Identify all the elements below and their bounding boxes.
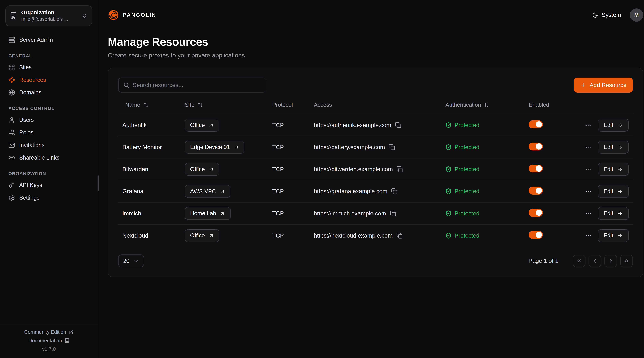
- auth-status: Protected: [446, 144, 522, 151]
- table-row: Nextcloud Office TCP https://nextcloud.e…: [118, 224, 633, 246]
- shield-check-icon: [446, 188, 452, 194]
- enabled-toggle[interactable]: [528, 231, 543, 239]
- sidebar-item-roles[interactable]: Roles: [5, 126, 93, 139]
- column-header-name[interactable]: Name: [118, 99, 182, 114]
- sidebar-item-server-admin[interactable]: Server Admin: [5, 34, 93, 46]
- sidebar-item-label: Shareable Links: [19, 154, 60, 161]
- chevrons-up-down-icon: [82, 13, 88, 19]
- sidebar-item-invitations[interactable]: Invitations: [5, 139, 93, 151]
- community-edition-link[interactable]: Community Edition: [24, 329, 74, 335]
- toggle-knob: [536, 187, 542, 194]
- page-size-value: 20: [123, 258, 130, 264]
- row-menu-button[interactable]: [585, 188, 592, 195]
- edit-button[interactable]: Edit: [598, 207, 629, 220]
- next-page-button[interactable]: [604, 255, 617, 267]
- site-label: Office: [190, 166, 205, 172]
- arrow-right-icon: [617, 122, 623, 128]
- enabled-toggle[interactable]: [528, 165, 543, 172]
- sidebar-item-users[interactable]: Users: [5, 114, 93, 126]
- protocol-label: TCP: [272, 122, 284, 128]
- auth-status: Protected: [446, 210, 522, 217]
- sort-icon: [198, 102, 203, 108]
- ellipsis-icon: [585, 144, 592, 151]
- row-menu-button[interactable]: [585, 210, 592, 217]
- sidebar-item-label: Sites: [19, 64, 32, 71]
- resource-name: Authentik: [122, 122, 147, 128]
- toggle-knob: [536, 165, 542, 172]
- copy-icon: [396, 232, 402, 239]
- sidebar-sections: GENERAL Sites Resources Domains ACCESS C…: [5, 53, 93, 204]
- copy-button[interactable]: [389, 144, 395, 150]
- last-page-button[interactable]: [620, 255, 633, 267]
- sidebar-item-label: Invitations: [19, 142, 44, 148]
- org-selector[interactable]: Organization milo@fossorial.io's ...: [6, 6, 92, 26]
- site-button[interactable]: Office: [185, 229, 219, 242]
- plus-icon: [580, 82, 586, 88]
- sidebar-item-sites[interactable]: Sites: [5, 61, 93, 74]
- external-arrow-icon: [220, 189, 225, 194]
- sidebar-item-label: Users: [19, 117, 34, 123]
- protocol-label: TCP: [272, 166, 284, 172]
- edit-button[interactable]: Edit: [598, 119, 629, 131]
- toggle-knob: [536, 210, 542, 216]
- avatar[interactable]: M: [630, 8, 643, 22]
- add-resource-button[interactable]: Add Resource: [574, 78, 633, 93]
- column-header-protocol: Protocol: [269, 99, 310, 114]
- search-input[interactable]: [133, 78, 266, 92]
- page-head: Manage Resources Create secure proxies t…: [98, 30, 644, 59]
- row-menu-button[interactable]: [585, 166, 592, 173]
- table-row: Battery Monitor Edge Device 01 TCP https…: [118, 136, 633, 158]
- copy-button[interactable]: [396, 166, 403, 172]
- sidebar-item-resources[interactable]: Resources: [5, 74, 93, 86]
- resource-name: Nextcloud: [122, 232, 148, 239]
- sidebar-item-api-keys[interactable]: API Keys: [5, 179, 93, 191]
- copy-icon: [391, 188, 397, 194]
- copy-button[interactable]: [391, 188, 397, 194]
- enabled-toggle[interactable]: [528, 209, 543, 217]
- site-button[interactable]: AWS VPC: [185, 185, 230, 198]
- site-button[interactable]: Home Lab: [185, 207, 231, 220]
- column-header-enabled: Enabled: [526, 99, 574, 114]
- edit-button[interactable]: Edit: [598, 141, 629, 154]
- site-button[interactable]: Office: [185, 163, 219, 176]
- sidebar-footer: Community Edition Documentation v1.7.0: [0, 324, 98, 358]
- first-page-button[interactable]: [573, 255, 586, 267]
- auth-status: Protected: [446, 166, 522, 173]
- sidebar-item-label: Settings: [19, 194, 40, 201]
- enabled-toggle[interactable]: [528, 187, 543, 194]
- external-arrow-icon: [208, 233, 214, 238]
- table-row: Immich Home Lab TCP https://immich.examp…: [118, 202, 633, 224]
- row-menu-button[interactable]: [585, 144, 592, 151]
- chevrons-right-icon: [624, 258, 630, 264]
- site-button[interactable]: Office: [185, 119, 219, 131]
- sidebar-item-domains[interactable]: Domains: [5, 86, 93, 99]
- edit-button[interactable]: Edit: [598, 185, 629, 198]
- edit-button[interactable]: Edit: [598, 229, 629, 242]
- enabled-toggle[interactable]: [528, 120, 543, 128]
- column-header-authentication[interactable]: Authentication: [442, 99, 525, 114]
- row-menu-button[interactable]: [585, 232, 592, 239]
- copy-button[interactable]: [396, 232, 402, 239]
- theme-toggle[interactable]: System: [592, 12, 621, 18]
- access-url: https://grafana.example.com: [314, 188, 388, 195]
- copy-button[interactable]: [390, 210, 396, 216]
- sidebar-item-settings[interactable]: Settings: [5, 191, 93, 204]
- enabled-toggle[interactable]: [528, 143, 543, 150]
- sort-icon: [143, 102, 149, 108]
- sidebar-item-shareable-links[interactable]: Shareable Links: [5, 151, 93, 164]
- table-row: Grafana AWS VPC TCP https://grafana.exam…: [118, 180, 633, 202]
- auth-label: Protected: [454, 166, 480, 173]
- edit-label: Edit: [604, 232, 613, 239]
- auth-label: Protected: [454, 144, 480, 151]
- site-button[interactable]: Edge Device 01: [185, 141, 244, 154]
- page-size-select[interactable]: 20: [118, 254, 144, 267]
- edit-button[interactable]: Edit: [598, 163, 629, 176]
- edit-label: Edit: [604, 144, 613, 150]
- prev-page-button[interactable]: [588, 255, 601, 267]
- column-header-site[interactable]: Site: [182, 99, 269, 114]
- sidebar-resize-handle[interactable]: [98, 175, 99, 191]
- row-menu-button[interactable]: [585, 122, 592, 129]
- copy-button[interactable]: [395, 122, 401, 128]
- topbar: PANGOLIN System M: [98, 0, 644, 30]
- documentation-link[interactable]: Documentation: [28, 338, 70, 343]
